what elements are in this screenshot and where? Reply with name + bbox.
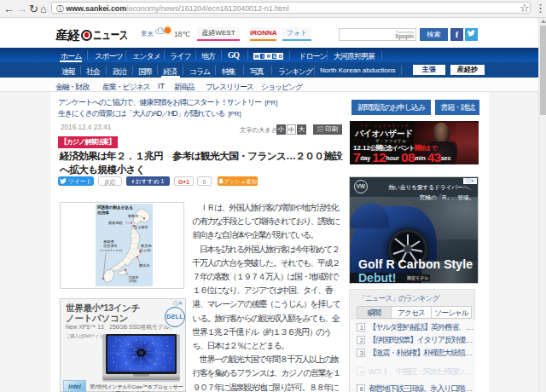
svg-text:釧路市: 釧路市 (128, 214, 139, 218)
svg-text:留寿都村: 留寿都村 (108, 221, 124, 226)
svg-text:(お台場): (お台場) (140, 248, 151, 252)
svg-text:横浜市: 横浜市 (138, 263, 150, 268)
svg-text:IR誘致の動きがある: IR誘致の動きがある (97, 205, 133, 210)
svg-text:苫小牧市: 苫小牧市 (134, 225, 148, 230)
svg-text:自治体: 自治体 (97, 210, 109, 216)
svg-text:(夢洲): (夢洲) (129, 280, 136, 283)
svg-text:(ハウステンボス): (ハウステンボス) (101, 249, 122, 252)
svg-text:東京都: 東京都 (141, 244, 152, 248)
svg-text:佐世保市: 佐世保市 (103, 244, 118, 248)
